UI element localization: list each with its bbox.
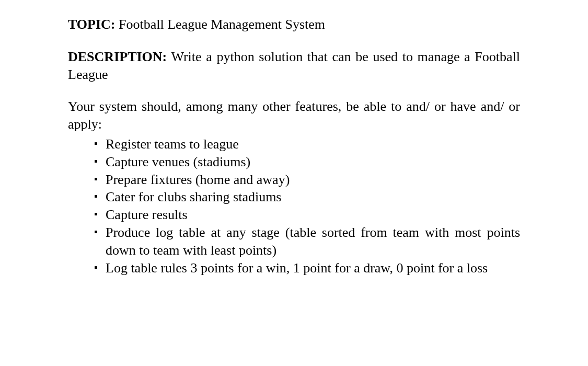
description-label: DESCRIPTION: (68, 49, 167, 64)
list-item: Prepare fixtures (home and away) (94, 171, 520, 189)
list-item: Register teams to league (94, 135, 520, 153)
features-section: Your system should, among many other fea… (68, 98, 520, 277)
features-intro: Your system should, among many other fea… (68, 98, 520, 133)
description-section: DESCRIPTION: Write a python solution tha… (68, 48, 520, 84)
list-item: Log table rules 3 points for a win, 1 po… (94, 259, 520, 277)
topic-value: Football League Management System (119, 17, 325, 32)
features-list: Register teams to league Capture venues … (68, 135, 520, 277)
topic-label: TOPIC: (68, 17, 116, 32)
topic-section: TOPIC: Football League Management System (68, 16, 520, 33)
list-item: Produce log table at any stage (table so… (94, 224, 520, 259)
list-item: Capture results (94, 206, 520, 224)
list-item: Capture venues (stadiums) (94, 153, 520, 171)
list-item: Cater for clubs sharing stadiums (94, 188, 520, 206)
